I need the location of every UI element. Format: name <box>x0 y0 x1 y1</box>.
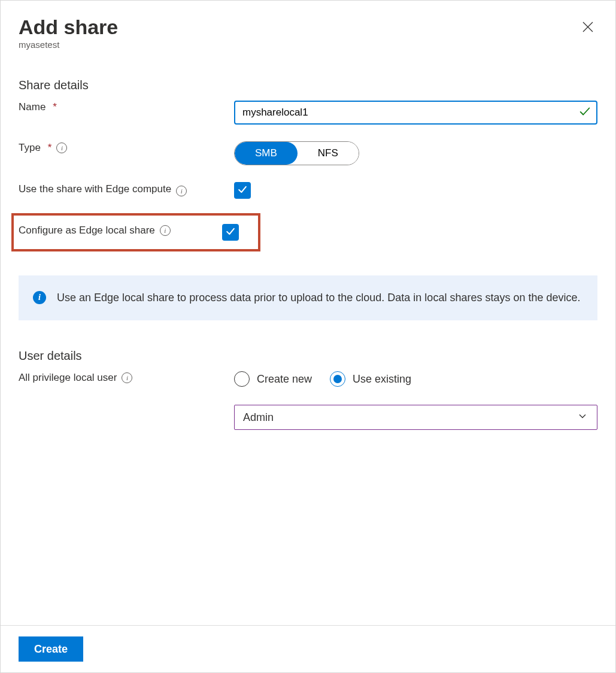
local-share-info-banner: i Use an Edge local share to process dat… <box>19 275 597 320</box>
existing-user-select[interactable]: Admin <box>234 405 597 430</box>
banner-text: Use an Edge local share to process data … <box>57 290 581 306</box>
info-icon[interactable]: i <box>160 225 171 236</box>
use-with-compute-checkbox[interactable] <box>234 182 251 199</box>
add-share-panel: Add share myasetest Share details Name * <box>0 0 616 673</box>
close-button[interactable] <box>578 17 597 38</box>
configure-local-highlight: Configure as Edge local share i <box>11 213 260 251</box>
configure-local-label: Configure as Edge local share <box>19 224 155 237</box>
page-subtitle: myasetest <box>19 40 118 50</box>
info-icon: i <box>33 291 46 304</box>
privilege-user-label: All privilege local user <box>19 371 117 384</box>
configure-local-checkbox[interactable] <box>222 224 239 241</box>
type-label: Type <box>19 141 41 154</box>
close-icon <box>581 27 595 36</box>
name-input[interactable] <box>234 101 597 125</box>
radio-use-existing-label: Use existing <box>353 373 411 386</box>
radio-use-existing[interactable]: Use existing <box>330 371 411 387</box>
name-label: Name <box>19 101 45 114</box>
radio-create-new-label: Create new <box>257 373 312 386</box>
required-indicator: * <box>48 141 52 154</box>
checkmark-icon <box>578 105 591 120</box>
page-title: Add share <box>19 16 118 38</box>
chevron-down-icon <box>576 410 588 425</box>
radio-icon <box>330 371 345 387</box>
user-details-heading: User details <box>19 349 597 363</box>
create-button[interactable]: Create <box>19 636 83 662</box>
required-indicator: * <box>53 101 57 114</box>
type-option-nfs[interactable]: NFS <box>298 142 359 165</box>
type-toggle: SMB NFS <box>234 141 359 165</box>
radio-icon <box>234 371 250 387</box>
radio-create-new[interactable]: Create new <box>234 371 312 387</box>
info-icon[interactable]: i <box>56 143 67 153</box>
use-with-compute-label: Use the share with Edge compute <box>19 183 171 196</box>
info-icon[interactable]: i <box>176 186 187 196</box>
select-value: Admin <box>243 411 274 424</box>
type-option-smb[interactable]: SMB <box>235 142 298 165</box>
share-details-heading: Share details <box>19 78 597 92</box>
checkmark-icon <box>224 225 236 240</box>
info-icon[interactable]: i <box>122 372 132 383</box>
checkmark-icon <box>236 183 248 198</box>
